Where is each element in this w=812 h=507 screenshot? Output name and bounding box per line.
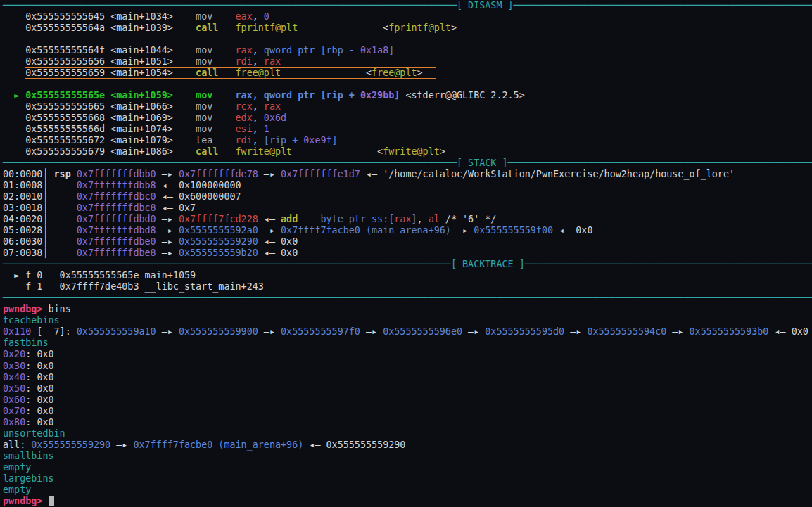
text-run: , — [253, 135, 264, 146]
text-run: rdi — [236, 56, 253, 67]
text-run — [212, 113, 235, 123]
text-run: rax — [264, 101, 281, 112]
blank-line — [3, 34, 812, 45]
text-run: ◂— — [258, 236, 281, 247]
text-run: 07:0038 — [3, 248, 42, 258]
text-run: 0x7fffffffdbc0 — [77, 191, 156, 202]
prompt-line[interactable]: pwndbg> — [3, 496, 812, 507]
section-title: [ BACKTRACE ] — [451, 259, 525, 269]
text-run: —▸ — [156, 225, 179, 236]
text-run: ◂— — [156, 180, 179, 191]
text-run: fprintf@plt — [236, 23, 298, 33]
text-run: mov — [196, 90, 212, 101]
text-run: : — [25, 383, 37, 394]
text-run: rax, qword ptr [rip + — [236, 90, 360, 101]
text-run — [212, 11, 235, 22]
text-run: —▸ — [156, 169, 179, 179]
text-run: 0x100000000 — [179, 180, 241, 191]
disasm-line: 0x555555555679 <main+1086> call fwrite@p… — [3, 146, 812, 158]
text-run: 0x555555559290 — [326, 439, 406, 450]
current-instruction-marker: ► — [14, 90, 20, 101]
terminal-cursor[interactable] — [49, 496, 54, 506]
text-run: —▸ — [666, 326, 689, 337]
command-text: bins — [49, 304, 71, 314]
text-run: 0x7fffffffdbc8 — [77, 203, 156, 213]
text-run: mov — [196, 101, 212, 112]
text-run: rax — [264, 56, 281, 67]
text-run: (main_arena+96) — [360, 225, 451, 236]
terminal[interactable]: ────────────────────────────────────────… — [3, 0, 812, 507]
text-run: │ — [42, 203, 76, 213]
text-run — [298, 23, 383, 33]
text-run — [212, 135, 235, 146]
text-run: 0x80 — [3, 417, 25, 428]
text-run: mov — [196, 56, 212, 67]
text-run: —▸ — [451, 225, 474, 236]
text-run: 0x0 — [281, 248, 298, 258]
text-run: 03:0018 — [3, 203, 42, 213]
text-run: 0x60 — [3, 394, 25, 405]
text-run: │ — [42, 236, 76, 247]
section-disasm: ────────────────────────────────────────… — [3, 0, 812, 158]
text-run: │ — [42, 180, 76, 191]
text-run: mov — [196, 113, 212, 123]
text-run — [3, 34, 8, 44]
stack-line: 07:0038│ 0x7fffffffdbe8 —▸ 0x555555559b2… — [3, 248, 812, 259]
text-run: : — [25, 361, 37, 371]
text-run: 0x5555555592a0 — [179, 225, 258, 236]
text-run: : — [25, 406, 37, 416]
text-run: (main_arena+96) — [212, 439, 303, 450]
text-run — [218, 68, 235, 78]
fastbin-entry: 0x70: 0x0 — [3, 406, 812, 417]
text-run: 05:0028 — [3, 225, 42, 236]
text-run: —▸ — [156, 326, 179, 337]
text-run: 0x110 — [3, 326, 31, 337]
text-run: , — [253, 45, 264, 56]
text-run: 0x555555559f00 — [474, 225, 553, 236]
text-run: ◂— — [768, 326, 791, 337]
text-run: 0x29bb — [360, 90, 394, 101]
text-run: < — [366, 68, 372, 78]
text-run: 0x5555555596e0 — [383, 326, 462, 337]
text-run: '/home/cataloc/WorkStation/PwnExercise/h… — [383, 169, 735, 179]
text-run: 0x55555555564f <main+1044> — [3, 45, 196, 56]
text-run — [218, 146, 235, 157]
stack-line: 00:0000│ rsp 0x7fffffffdbb0 —▸ 0x7ffffff… — [3, 169, 812, 180]
text-run: —▸ — [156, 248, 179, 258]
stack-line: 01:0008│ 0x7fffffffdbb8 ◂— 0x100000000 — [3, 180, 812, 191]
text-run — [3, 270, 14, 281]
text-run: —▸ — [360, 326, 383, 337]
text-run — [212, 45, 235, 56]
text-run: 0x0 — [37, 372, 53, 383]
text-run: 0x50 — [3, 383, 25, 394]
text-run: │ — [42, 214, 76, 224]
disasm-current-line: ► 0x55555555565e <main+1059> mov rax, qw… — [3, 90, 812, 101]
text-run: 0x555555559900 — [179, 326, 258, 337]
text-run: free@plt — [236, 68, 281, 78]
text-run: [ 7]: — [31, 326, 77, 337]
text-run: edx — [236, 113, 253, 123]
bin-category-smallbins: smallbins — [3, 451, 812, 462]
text-run: ◂— — [156, 203, 179, 213]
text-run: 0x0 — [37, 394, 53, 405]
text-run: 0x55555555564a <main+1039> — [3, 23, 196, 33]
prompt-line[interactable]: pwndbg> bins — [3, 304, 812, 315]
text-run: 0x555555555672 <main+1079> — [3, 135, 196, 146]
text-run: 0x7fffffffe1d7 — [281, 169, 360, 179]
text-run: ] — [412, 214, 417, 224]
text-run: ] — [332, 135, 338, 146]
fastbin-entry: 0x80: 0x0 — [3, 417, 812, 428]
text-run: │ — [42, 248, 76, 258]
text-run: empty — [3, 484, 31, 495]
text-run: —▸ — [110, 439, 133, 450]
section-stack: ────────────────────────────────────────… — [3, 158, 812, 259]
text-run: : — [25, 417, 37, 428]
text-run: 0x0 — [37, 383, 53, 394]
disasm-line: 0x555555555672 <main+1079> lea rdi, [rip… — [3, 135, 812, 146]
text-run: ────────────────────────────────────────… — [3, 0, 457, 11]
bin-category-fastbins: fastbins — [3, 338, 812, 349]
text-run: : — [25, 349, 37, 359]
text-run: 0x0 — [37, 406, 53, 416]
text-run: mov — [196, 11, 212, 22]
text-run: call — [196, 68, 218, 78]
